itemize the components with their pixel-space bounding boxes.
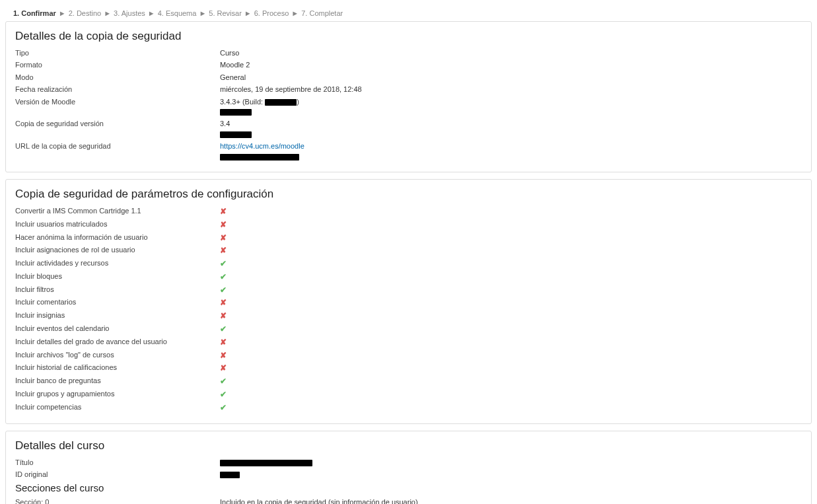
setting-label: Incluir historial de calificaciones [15,363,220,373]
course-title-value [220,458,802,468]
detail-label: Formato [15,60,220,70]
wizard-step-4: 4. Esquema [158,9,197,17]
detail-label: Fecha realización [15,85,220,94]
wizard-step-3: 3. Ajustes [114,9,145,17]
cross-icon: ✘ [220,246,227,255]
course-id-value [220,470,802,480]
chevron-right-icon: ► [104,9,111,17]
check-icon: ✔ [220,403,227,412]
backup-details-heading: Detalles de la copia de seguridad [15,30,802,43]
cross-icon: ✘ [220,298,227,307]
cross-icon: ✘ [220,207,227,216]
section-0-value: Incluido en la copia de seguridad (sin i… [220,497,802,504]
detail-value: Curso [220,48,802,58]
setting-label: Incluir banco de preguntas [15,376,220,386]
detail-value: Moodle 2 [220,60,802,70]
backup-url-link[interactable]: https://cv4.ucm.es/moodle [220,142,304,150]
setting-label: Incluir archivos "log" de cursos [15,350,220,360]
cross-icon: ✘ [220,311,227,320]
detail-value: 3.4.3+ (Build: ) [220,97,802,118]
wizard-step-5: 5. Revisar [209,9,242,17]
backup-settings-panel: Copia de seguridad de parámetros de conf… [5,179,812,424]
check-icon: ✔ [220,390,227,399]
setting-label: Incluir asignaciones de rol de usuario [15,245,220,255]
cross-icon: ✘ [220,338,227,347]
setting-label: Incluir grupos y agrupamientos [15,389,220,399]
detail-value: https://cv4.ucm.es/moodle [220,141,802,162]
wizard-step-1: 1. Confirmar [13,9,56,17]
section-0-label: Sección: 0 [15,497,220,504]
wizard-breadcrumb: 1. Confirmar►2. Destino►3. Ajustes►4. Es… [5,5,812,21]
chevron-right-icon: ► [199,9,206,17]
check-icon: ✔ [220,324,227,334]
detail-label: Versión de Moodle [15,97,220,107]
setting-label: Incluir detalles del grado de avance del… [15,337,220,347]
course-sections-heading: Secciones del curso [15,482,802,493]
cross-icon: ✘ [220,363,227,373]
setting-label: Incluir filtros [15,285,220,295]
detail-label: Tipo [15,48,220,58]
setting-label: Incluir actividades y recursos [15,258,220,268]
detail-label: Copia de seguridad versión [15,119,220,129]
backup-settings-heading: Copia de seguridad de parámetros de conf… [15,188,802,201]
detail-value: 3.4 [220,119,802,139]
chevron-right-icon: ► [148,9,155,17]
course-id-label: ID original [15,470,220,480]
check-icon: ✔ [220,285,227,295]
setting-label: Incluir insignias [15,310,220,320]
cross-icon: ✘ [220,351,227,360]
cross-icon: ✘ [220,220,227,229]
setting-label: Incluir competencias [15,402,220,412]
setting-label: Incluir usuarios matriculados [15,219,220,229]
backup-details-panel: Detalles de la copia de seguridad TipoCu… [5,21,812,172]
course-details-heading: Detalles del curso [15,439,802,452]
check-icon: ✔ [220,272,227,281]
setting-label: Incluir eventos del calendario [15,324,220,334]
cross-icon: ✘ [220,233,227,242]
detail-value: General [220,73,802,83]
wizard-step-6: 6. Proceso [254,9,289,17]
course-details-panel: Detalles del curso Título ID original Se… [5,431,812,504]
detail-value: miércoles, 19 de septiembre de 2018, 12:… [220,85,802,94]
course-title-label: Título [15,458,220,468]
setting-label: Incluir comentarios [15,297,220,307]
detail-label: URL de la copia de seguridad [15,141,220,151]
chevron-right-icon: ► [59,9,66,17]
chevron-right-icon: ► [244,9,252,17]
check-icon: ✔ [220,259,227,268]
chevron-right-icon: ► [291,9,299,17]
detail-label: Modo [15,73,220,83]
wizard-step-7: 7. Completar [301,9,343,17]
wizard-step-2: 2. Destino [69,9,102,17]
setting-label: Incluir bloques [15,271,220,281]
setting-label: Hacer anónima la información de usuario [15,233,220,242]
setting-label: Convertir a IMS Common Cartridge 1.1 [15,206,220,216]
check-icon: ✔ [220,377,227,386]
